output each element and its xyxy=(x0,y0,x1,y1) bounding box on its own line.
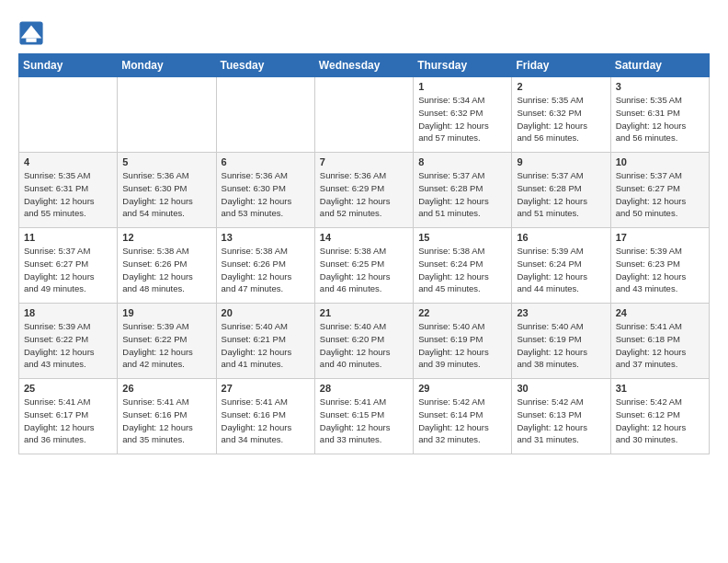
week-row-5: 25Sunrise: 5:41 AMSunset: 6:17 PMDayligh… xyxy=(19,379,710,454)
weekday-header-tuesday: Tuesday xyxy=(216,54,314,77)
day-cell: 2Sunrise: 5:35 AMSunset: 6:32 PMDaylight… xyxy=(512,77,610,153)
day-cell: 27Sunrise: 5:41 AMSunset: 6:16 PMDayligh… xyxy=(216,379,314,454)
day-info: Sunrise: 5:35 AMSunset: 6:32 PMDaylight:… xyxy=(517,94,605,144)
day-number: 30 xyxy=(517,383,605,394)
svg-rect-2 xyxy=(26,39,36,42)
day-number: 13 xyxy=(222,232,310,243)
weekday-header-saturday: Saturday xyxy=(610,54,709,77)
day-cell: 12Sunrise: 5:38 AMSunset: 6:26 PMDayligh… xyxy=(118,228,216,304)
day-number: 10 xyxy=(616,156,704,167)
day-number: 19 xyxy=(122,307,210,318)
page: SundayMondayTuesdayWednesdayThursdayFrid… xyxy=(0,0,728,464)
day-cell xyxy=(118,77,216,153)
day-info: Sunrise: 5:40 AMSunset: 6:19 PMDaylight:… xyxy=(517,320,605,371)
weekday-header-wednesday: Wednesday xyxy=(314,54,413,77)
day-info: Sunrise: 5:41 AMSunset: 6:15 PMDaylight:… xyxy=(320,396,408,446)
day-cell: 17Sunrise: 5:39 AMSunset: 6:23 PMDayligh… xyxy=(610,228,709,304)
day-cell: 6Sunrise: 5:36 AMSunset: 6:30 PMDaylight… xyxy=(216,153,314,228)
day-info: Sunrise: 5:38 AMSunset: 6:24 PMDaylight:… xyxy=(418,245,506,295)
day-cell: 7Sunrise: 5:36 AMSunset: 6:29 PMDaylight… xyxy=(314,153,413,228)
day-info: Sunrise: 5:39 AMSunset: 6:22 PMDaylight:… xyxy=(122,320,210,371)
day-cell: 22Sunrise: 5:40 AMSunset: 6:19 PMDayligh… xyxy=(414,304,512,379)
day-info: Sunrise: 5:37 AMSunset: 6:28 PMDaylight:… xyxy=(517,169,605,220)
day-number: 27 xyxy=(222,383,310,394)
day-cell: 15Sunrise: 5:38 AMSunset: 6:24 PMDayligh… xyxy=(414,228,512,304)
week-row-3: 11Sunrise: 5:37 AMSunset: 6:27 PMDayligh… xyxy=(19,228,710,304)
day-info: Sunrise: 5:42 AMSunset: 6:14 PMDaylight:… xyxy=(418,396,506,446)
day-info: Sunrise: 5:41 AMSunset: 6:16 PMDaylight:… xyxy=(222,396,310,446)
day-info: Sunrise: 5:38 AMSunset: 6:26 PMDaylight:… xyxy=(122,245,210,295)
day-number: 11 xyxy=(24,232,112,243)
day-cell: 20Sunrise: 5:40 AMSunset: 6:21 PMDayligh… xyxy=(216,304,314,379)
logo xyxy=(18,20,48,46)
weekday-header-sunday: Sunday xyxy=(19,54,118,77)
weekday-header-thursday: Thursday xyxy=(414,54,512,77)
day-number: 28 xyxy=(320,383,408,394)
day-info: Sunrise: 5:42 AMSunset: 6:12 PMDaylight:… xyxy=(616,396,704,446)
day-cell: 5Sunrise: 5:36 AMSunset: 6:30 PMDaylight… xyxy=(118,153,216,228)
day-cell: 3Sunrise: 5:35 AMSunset: 6:31 PMDaylight… xyxy=(610,77,709,153)
day-number: 16 xyxy=(517,232,605,243)
day-cell xyxy=(216,77,314,153)
day-info: Sunrise: 5:40 AMSunset: 6:20 PMDaylight:… xyxy=(320,320,408,371)
day-number: 22 xyxy=(418,307,506,318)
day-info: Sunrise: 5:37 AMSunset: 6:27 PMDaylight:… xyxy=(616,169,704,220)
day-cell: 4Sunrise: 5:35 AMSunset: 6:31 PMDaylight… xyxy=(19,153,118,228)
day-cell: 26Sunrise: 5:41 AMSunset: 6:16 PMDayligh… xyxy=(118,379,216,454)
calendar: SundayMondayTuesdayWednesdayThursdayFrid… xyxy=(18,53,710,454)
day-info: Sunrise: 5:41 AMSunset: 6:16 PMDaylight:… xyxy=(122,396,210,446)
day-info: Sunrise: 5:36 AMSunset: 6:30 PMDaylight:… xyxy=(122,169,210,220)
day-info: Sunrise: 5:37 AMSunset: 6:28 PMDaylight:… xyxy=(418,169,506,220)
day-number: 1 xyxy=(418,81,506,92)
day-number: 18 xyxy=(24,307,112,318)
day-cell: 31Sunrise: 5:42 AMSunset: 6:12 PMDayligh… xyxy=(610,379,709,454)
day-info: Sunrise: 5:37 AMSunset: 6:27 PMDaylight:… xyxy=(24,245,112,295)
weekday-header-row: SundayMondayTuesdayWednesdayThursdayFrid… xyxy=(19,54,710,77)
day-info: Sunrise: 5:40 AMSunset: 6:19 PMDaylight:… xyxy=(418,320,506,371)
day-info: Sunrise: 5:40 AMSunset: 6:21 PMDaylight:… xyxy=(222,320,310,371)
day-number: 26 xyxy=(122,383,210,394)
day-number: 9 xyxy=(517,156,605,167)
day-cell: 9Sunrise: 5:37 AMSunset: 6:28 PMDaylight… xyxy=(512,153,610,228)
day-number: 3 xyxy=(616,81,704,92)
logo-icon xyxy=(18,20,44,46)
day-number: 12 xyxy=(122,232,210,243)
day-number: 20 xyxy=(222,307,310,318)
weekday-header-friday: Friday xyxy=(512,54,610,77)
day-cell: 16Sunrise: 5:39 AMSunset: 6:24 PMDayligh… xyxy=(512,228,610,304)
day-number: 2 xyxy=(517,81,605,92)
day-cell: 1Sunrise: 5:34 AMSunset: 6:32 PMDaylight… xyxy=(414,77,512,153)
day-cell: 21Sunrise: 5:40 AMSunset: 6:20 PMDayligh… xyxy=(314,304,413,379)
week-row-2: 4Sunrise: 5:35 AMSunset: 6:31 PMDaylight… xyxy=(19,153,710,228)
day-info: Sunrise: 5:39 AMSunset: 6:23 PMDaylight:… xyxy=(616,245,704,295)
day-number: 14 xyxy=(320,232,408,243)
day-info: Sunrise: 5:41 AMSunset: 6:18 PMDaylight:… xyxy=(616,320,704,371)
day-cell: 24Sunrise: 5:41 AMSunset: 6:18 PMDayligh… xyxy=(610,304,709,379)
day-info: Sunrise: 5:39 AMSunset: 6:24 PMDaylight:… xyxy=(517,245,605,295)
day-cell: 18Sunrise: 5:39 AMSunset: 6:22 PMDayligh… xyxy=(19,304,118,379)
day-cell xyxy=(19,77,118,153)
day-info: Sunrise: 5:38 AMSunset: 6:25 PMDaylight:… xyxy=(320,245,408,295)
day-number: 23 xyxy=(517,307,605,318)
day-cell: 11Sunrise: 5:37 AMSunset: 6:27 PMDayligh… xyxy=(19,228,118,304)
day-cell: 13Sunrise: 5:38 AMSunset: 6:26 PMDayligh… xyxy=(216,228,314,304)
day-number: 6 xyxy=(222,156,310,167)
day-number: 5 xyxy=(122,156,210,167)
day-cell xyxy=(314,77,413,153)
day-number: 29 xyxy=(418,383,506,394)
day-info: Sunrise: 5:35 AMSunset: 6:31 PMDaylight:… xyxy=(24,169,112,220)
day-cell: 28Sunrise: 5:41 AMSunset: 6:15 PMDayligh… xyxy=(314,379,413,454)
header xyxy=(18,17,710,46)
day-info: Sunrise: 5:41 AMSunset: 6:17 PMDaylight:… xyxy=(24,396,112,446)
weekday-header-monday: Monday xyxy=(118,54,216,77)
day-cell: 29Sunrise: 5:42 AMSunset: 6:14 PMDayligh… xyxy=(414,379,512,454)
day-info: Sunrise: 5:38 AMSunset: 6:26 PMDaylight:… xyxy=(222,245,310,295)
day-info: Sunrise: 5:39 AMSunset: 6:22 PMDaylight:… xyxy=(24,320,112,371)
day-info: Sunrise: 5:36 AMSunset: 6:30 PMDaylight:… xyxy=(222,169,310,220)
day-info: Sunrise: 5:36 AMSunset: 6:29 PMDaylight:… xyxy=(320,169,408,220)
day-cell: 10Sunrise: 5:37 AMSunset: 6:27 PMDayligh… xyxy=(610,153,709,228)
day-cell: 30Sunrise: 5:42 AMSunset: 6:13 PMDayligh… xyxy=(512,379,610,454)
day-number: 21 xyxy=(320,307,408,318)
day-number: 31 xyxy=(616,383,704,394)
day-cell: 25Sunrise: 5:41 AMSunset: 6:17 PMDayligh… xyxy=(19,379,118,454)
